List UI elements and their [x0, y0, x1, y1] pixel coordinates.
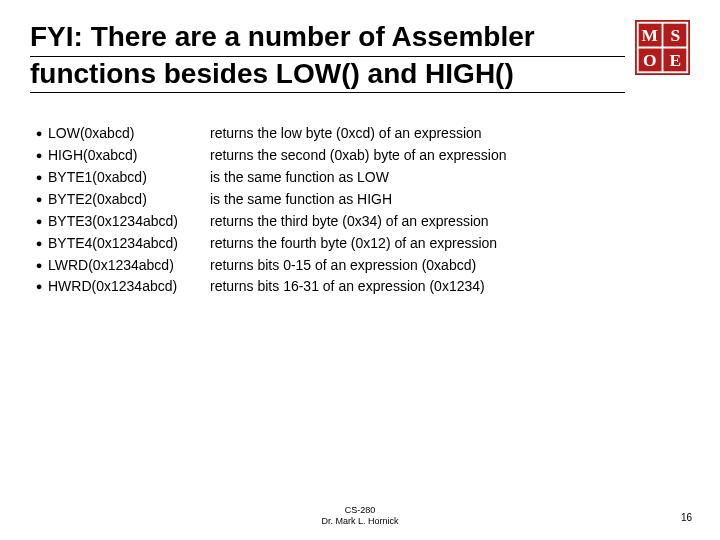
function-name: BYTE3(0x1234abcd) [48, 211, 210, 231]
footer-author: Dr. Mark L. Hornick [0, 516, 720, 526]
function-desc: returns the second (0xab) byte of an exp… [210, 145, 690, 165]
list-item: ● LWRD(0x1234abcd) returns bits 0-15 of … [30, 255, 690, 276]
list-item: ● BYTE4(0x1234abcd) returns the fourth b… [30, 233, 690, 254]
bullet-icon: ● [30, 167, 48, 188]
function-name: BYTE2(0xabcd) [48, 189, 210, 209]
svg-text:O: O [643, 50, 657, 70]
title-line-1: FYI: There are a number of Assembler [30, 20, 625, 57]
function-desc: returns bits 16-31 of an expression (0x1… [210, 276, 690, 296]
svg-text:E: E [670, 50, 682, 70]
footer-course: CS-280 [0, 505, 720, 515]
list-item: ● HIGH(0xabcd) returns the second (0xab)… [30, 145, 690, 166]
function-desc: returns bits 0-15 of an expression (0xab… [210, 255, 690, 275]
function-name: LWRD(0x1234abcd) [48, 255, 210, 275]
title-row: FYI: There are a number of Assembler fun… [30, 20, 690, 93]
bullet-icon: ● [30, 276, 48, 297]
bullet-icon: ● [30, 145, 48, 166]
bullet-icon: ● [30, 233, 48, 254]
svg-text:M: M [641, 25, 657, 45]
list-item: ● LOW(0xabcd) returns the low byte (0xcd… [30, 123, 690, 144]
function-desc: returns the fourth byte (0x12) of an exp… [210, 233, 690, 253]
slide-title: FYI: There are a number of Assembler fun… [30, 20, 635, 93]
function-desc: is the same function as LOW [210, 167, 690, 187]
bullet-icon: ● [30, 211, 48, 232]
bullet-icon: ● [30, 255, 48, 276]
function-desc: returns the low byte (0xcd) of an expres… [210, 123, 690, 143]
function-name: BYTE1(0xabcd) [48, 167, 210, 187]
function-name: HWRD(0x1234abcd) [48, 276, 210, 296]
list-item: ● BYTE2(0xabcd) is the same function as … [30, 189, 690, 210]
list-item: ● HWRD(0x1234abcd) returns bits 16-31 of… [30, 276, 690, 297]
footer: CS-280 Dr. Mark L. Hornick [0, 505, 720, 526]
function-name: LOW(0xabcd) [48, 123, 210, 143]
slide: FYI: There are a number of Assembler fun… [0, 0, 720, 540]
function-name: BYTE4(0x1234abcd) [48, 233, 210, 253]
function-desc: returns the third byte (0x34) of an expr… [210, 211, 690, 231]
title-line-2: functions besides LOW() and HIGH() [30, 57, 625, 94]
page-number: 16 [681, 512, 692, 523]
list-item: ● BYTE1(0xabcd) is the same function as … [30, 167, 690, 188]
bullet-icon: ● [30, 123, 48, 144]
function-name: HIGH(0xabcd) [48, 145, 210, 165]
bullet-list: ● LOW(0xabcd) returns the low byte (0xcd… [30, 123, 690, 297]
msoe-logo: M S O E [635, 20, 690, 75]
list-item: ● BYTE3(0x1234abcd) returns the third by… [30, 211, 690, 232]
bullet-icon: ● [30, 189, 48, 210]
function-desc: is the same function as HIGH [210, 189, 690, 209]
svg-text:S: S [670, 25, 680, 45]
